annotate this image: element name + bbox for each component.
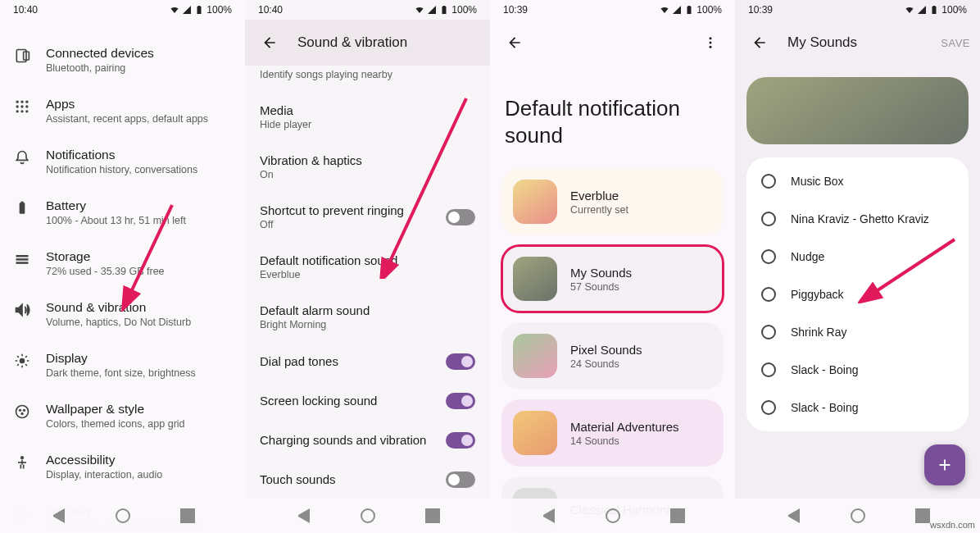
svg-point-30 — [710, 42, 712, 44]
status-time: 10:40 — [258, 4, 283, 16]
plus-icon — [936, 456, 954, 474]
toolbar: Sound & vibration — [245, 20, 490, 66]
sound-option[interactable]: Music Box — [746, 162, 969, 200]
settings-row-accessibility[interactable]: Accessibility Display, interaction, audi… — [0, 441, 245, 492]
sound-option[interactable]: Slack - Boing — [746, 389, 969, 426]
settings-row-storage[interactable]: Storage 72% used - 35.39 GB free — [0, 238, 245, 289]
back-button[interactable] — [255, 28, 284, 57]
sound-setting-row[interactable]: Dial pad tones — [245, 342, 490, 381]
nav-home-icon[interactable] — [116, 508, 130, 523]
setting-title: Touch sounds — [260, 472, 446, 486]
add-sound-fab[interactable] — [924, 444, 965, 485]
sound-option[interactable]: Piggyback — [746, 276, 969, 313]
svg-rect-24 — [20, 465, 22, 469]
category-swatch — [513, 411, 557, 455]
svg-point-5 — [16, 105, 19, 107]
sound-category-everblue[interactable]: Everblue Currently set — [501, 168, 724, 235]
nav-home-icon[interactable] — [851, 508, 865, 523]
svg-rect-25 — [23, 465, 25, 469]
toggle-switch[interactable] — [446, 472, 475, 488]
settings-row-wallpaper-style[interactable]: Wallpaper & style Colors, themed icons, … — [0, 390, 245, 441]
sound-setting-row[interactable]: Shortcut to prevent ringingOff — [245, 192, 490, 242]
nav-recent-icon[interactable] — [180, 508, 195, 523]
setting-title: Media — [260, 103, 475, 117]
svg-point-18 — [19, 409, 21, 412]
nav-recent-icon[interactable] — [670, 508, 685, 523]
wifi-icon — [905, 5, 914, 15]
svg-rect-23 — [18, 462, 26, 463]
sound-setting-row[interactable]: Default alarm soundBright Morning — [245, 292, 490, 342]
category-title: Material Adventures — [570, 420, 679, 434]
more-button[interactable] — [696, 28, 725, 57]
toolbar-title: My Sounds — [787, 34, 857, 51]
sound-option[interactable]: Shrink Ray — [746, 313, 969, 351]
status-indicators: 100% — [170, 4, 232, 16]
settings-row-connected-devices[interactable]: Connected devices Bluetooth, pairing — [0, 34, 245, 85]
nav-back-icon[interactable] — [295, 508, 310, 523]
storage-icon — [13, 249, 31, 267]
settings-row-subtitle: Dark theme, font size, brightness — [46, 367, 196, 379]
settings-row-title: Display — [46, 351, 196, 366]
toggle-switch[interactable] — [446, 393, 475, 409]
status-time: 10:39 — [503, 4, 528, 16]
settings-row-subtitle: Colors, themed icons, app grid — [46, 418, 185, 430]
toggle-switch[interactable] — [446, 432, 475, 449]
now-playing-row[interactable]: Identify songs playing nearby — [245, 66, 490, 92]
radio-icon — [761, 362, 776, 377]
toggle-switch[interactable] — [446, 209, 475, 226]
nav-home-icon[interactable] — [606, 508, 620, 523]
settings-row-subtitle: Volume, haptics, Do Not Disturb — [46, 317, 191, 328]
battery-icon — [13, 198, 31, 216]
settings-row-battery[interactable]: Battery 100% - About 13 hr, 51 min left — [0, 187, 245, 238]
sound-setting-row[interactable]: MediaHide player — [245, 92, 490, 142]
setting-title: Screen locking sound — [260, 394, 446, 408]
sound-setting-row[interactable]: Touch sounds — [245, 460, 490, 499]
toggle-switch[interactable] — [446, 353, 475, 370]
sound-setting-row[interactable]: Default notification soundEverblue — [245, 242, 490, 292]
sound-setting-row[interactable]: Charging sounds and vibration — [245, 421, 490, 460]
volume-icon — [13, 300, 31, 318]
setting-subtitle: Hide player — [260, 119, 475, 130]
back-button[interactable] — [745, 28, 774, 57]
back-button[interactable] — [500, 28, 529, 57]
more-vert-icon — [703, 35, 718, 50]
radio-icon — [761, 174, 776, 189]
svg-point-29 — [710, 37, 712, 39]
nav-recent-icon[interactable] — [425, 508, 440, 523]
settings-row-notifications[interactable]: Notifications Notification history, conv… — [0, 136, 245, 187]
sound-category-pixel-sounds[interactable]: Pixel Sounds 24 Sounds — [501, 322, 724, 390]
brightness-icon — [13, 351, 31, 369]
status-bar: 10:40 100% — [245, 0, 490, 20]
setting-title: Dial pad tones — [260, 354, 446, 368]
sound-setting-row[interactable]: Screen locking sound — [245, 381, 490, 421]
svg-point-17 — [16, 406, 29, 418]
setting-title: Vibration & haptics — [260, 153, 475, 167]
radio-icon — [761, 212, 776, 226]
battery-icon — [194, 5, 204, 15]
sound-option[interactable]: Nudge — [746, 238, 969, 276]
nav-recent-icon[interactable] — [915, 508, 930, 523]
sound-option[interactable]: Slack - Boing — [746, 351, 969, 389]
save-button[interactable]: SAVE — [941, 37, 970, 49]
my-sounds-panel: 10:39 100% My Sounds SAVE Music Box Nina… — [735, 0, 980, 533]
sound-option[interactable]: Nina Kraviz - Ghetto Kraviz — [746, 200, 969, 238]
nav-back-icon[interactable] — [785, 508, 800, 523]
sound-category-material-adventures[interactable]: Material Adventures 14 Sounds — [501, 399, 724, 467]
svg-point-9 — [20, 110, 23, 112]
svg-rect-13 — [16, 255, 29, 257]
settings-row-title: Wallpaper & style — [46, 402, 185, 417]
nav-home-icon[interactable] — [361, 508, 375, 523]
settings-row-display[interactable]: Display Dark theme, font size, brightnes… — [0, 339, 245, 390]
nav-back-icon[interactable] — [540, 508, 555, 523]
sound-setting-row[interactable]: Vibration & hapticsOn — [245, 142, 490, 192]
wifi-icon — [170, 5, 179, 15]
battery-icon — [439, 5, 449, 15]
setting-subtitle: Bright Morning — [260, 319, 475, 330]
settings-row-subtitle: 100% - About 13 hr, 51 min left — [46, 215, 186, 226]
svg-point-3 — [20, 101, 23, 103]
nav-back-icon[interactable] — [50, 508, 65, 523]
settings-row-apps[interactable]: Apps Assistant, recent apps, default app… — [0, 85, 245, 136]
sound-preview-swatch — [746, 77, 969, 144]
sound-category-my-sounds[interactable]: My Sounds 57 Sounds — [501, 245, 724, 312]
settings-row-sound-vibration[interactable]: Sound & vibration Volume, haptics, Do No… — [0, 289, 245, 339]
